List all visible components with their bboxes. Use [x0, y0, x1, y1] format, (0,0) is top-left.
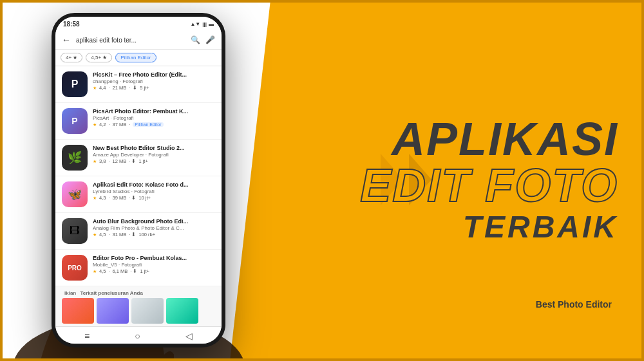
- battery-icon: ▬: [209, 21, 214, 27]
- app-sep: · ⬇: [129, 158, 136, 164]
- list-item[interactable]: 🌿 New Best Photo Editor Studio 2... Amaz…: [55, 140, 222, 176]
- list-item[interactable]: PRO Editor Foto Pro - Pembuat Kolas... M…: [55, 250, 222, 286]
- app-name: Auto Blur Background Photo Edi...: [93, 218, 215, 225]
- back-arrow-icon[interactable]: ←: [62, 35, 71, 45]
- app-icon-lyrebird: 🦋: [62, 181, 88, 207]
- status-icons: ▲▼ ||| ▬: [190, 21, 214, 27]
- app-dev: PicsArt · Fotografi: [93, 115, 215, 121]
- star-icon: ★: [93, 196, 97, 201]
- app-size: ·: [108, 158, 109, 164]
- app-rating: 4,2: [99, 122, 106, 127]
- filter-chip-editor-choice[interactable]: Pilihan Editor: [115, 53, 156, 62]
- app-downloads: 1 jt+: [138, 158, 147, 164]
- app-info-picsart: PicsArt Photo Editor: Pembuat K... PicsA…: [93, 108, 215, 127]
- signal-icon: |||: [202, 21, 207, 27]
- star-icon: ★: [93, 122, 97, 127]
- app-size: ·: [108, 122, 109, 127]
- app-downloads: 1 jt+: [140, 268, 149, 274]
- app-dev: changpeng · Fotografi: [93, 79, 215, 84]
- star-icon: ★: [93, 159, 97, 164]
- ad-thumb-2[interactable]: [97, 298, 129, 324]
- app-icon-editor-pro: PRO: [62, 255, 88, 281]
- filter-chip-rating45[interactable]: 4,5+ ★: [86, 53, 112, 62]
- app-sep: · ⬇: [129, 195, 136, 201]
- app-meta: ★ 4,3 · 39 MB · ⬇ 10 jt+: [93, 195, 215, 201]
- filter-chips: 4+ ★ 4,5+ ★ Pilihan Editor: [55, 50, 222, 66]
- app-size: ·: [108, 232, 109, 237]
- search-bar[interactable]: ← aplikasi edit foto ter... 🔍 🎤: [55, 31, 222, 50]
- app-size-val: 6,1 MB: [113, 268, 128, 274]
- app-size-val: 21 MB: [113, 85, 127, 91]
- ad-section: Iklan Terkait penelusuran Anda: [55, 286, 222, 326]
- app-downloads: 10 jt+: [138, 195, 151, 201]
- app-downloads: 100 rb+: [138, 232, 155, 237]
- app-icon-picskit: P: [62, 71, 88, 97]
- app-rating: 4,3: [99, 195, 106, 201]
- ad-thumb-3[interactable]: [131, 298, 164, 324]
- editor-badge: Pilihan Editor: [133, 122, 163, 127]
- app-meta: ★ 4,5 · 31 MB · ⬇ 100 rb+: [93, 232, 215, 237]
- app-size-val: 12 MB: [113, 158, 127, 164]
- status-bar: 18:58 ▲▼ ||| ▬: [55, 17, 222, 31]
- app-name: New Best Photo Editor Studio 2...: [93, 145, 215, 151]
- app-sep: ·: [129, 85, 130, 91]
- app-size-val: 39 MB: [113, 195, 127, 201]
- filter-chip-rating4[interactable]: 4+ ★: [61, 53, 82, 62]
- title-line3: TERBAIK: [360, 208, 618, 246]
- phone-wrapper: 18:58 ▲▼ ||| ▬ ← aplikasi edit foto ter.…: [0, 0, 322, 361]
- ad-label: Iklan Terkait penelusuran Anda: [62, 290, 215, 296]
- app-dev: Lyrebird Studios · Fotografi: [93, 189, 215, 194]
- app-meta: ★ 3,8 · 12 MB · ⬇ 1 jt+: [93, 158, 215, 164]
- search-icon[interactable]: 🔍: [191, 35, 200, 44]
- ad-thumb-1[interactable]: [62, 298, 94, 324]
- app-name: Aplikasi Edit Foto: Kolase Foto d...: [93, 181, 215, 188]
- app-info-editor-pro: Editor Foto Pro - Pembuat Kolas... Mobil…: [93, 255, 215, 274]
- app-size-val: 31 MB: [113, 232, 127, 237]
- phone-mockup: 18:58 ▲▼ ||| ▬ ← aplikasi edit foto ter.…: [52, 13, 225, 347]
- nav-back-icon[interactable]: ◁: [185, 331, 193, 341]
- app-size: ·: [108, 195, 109, 201]
- app-size: ·: [108, 268, 109, 274]
- phone-screen: 18:58 ▲▼ ||| ▬ ← aplikasi edit foto ter.…: [55, 17, 222, 344]
- list-item[interactable]: P PicsKit – Free Photo Editor (Edit... c…: [55, 66, 222, 103]
- app-info-picskit: PicsKit – Free Photo Editor (Edit... cha…: [93, 71, 215, 91]
- title-line1: APLIKASI: [360, 116, 618, 162]
- download-icon: ⬇: [133, 85, 137, 91]
- nav-home-icon[interactable]: ○: [135, 331, 140, 341]
- nav-bar: ≡ ○ ◁: [55, 326, 222, 344]
- app-dev: Mobile_V5 · Fotografi: [93, 262, 215, 268]
- star-icon: ★: [93, 269, 97, 274]
- app-info-newbest: New Best Photo Editor Studio 2... Amaze …: [93, 145, 215, 164]
- app-size: ·: [108, 85, 109, 91]
- app-sep: ·: [129, 122, 130, 127]
- app-sep: · ⬇: [130, 268, 137, 274]
- app-downloads: 5 jt+: [140, 85, 149, 91]
- nav-menu-icon[interactable]: ≡: [84, 331, 90, 341]
- app-name: PicsArt Photo Editor: Pembuat K...: [93, 108, 215, 115]
- ad-text: Iklan: [64, 290, 76, 296]
- star-icon: ★: [93, 86, 97, 91]
- app-sep: · ⬇: [129, 232, 136, 237]
- search-text: aplikasi edit foto ter...: [76, 37, 185, 44]
- star-icon: ★: [93, 232, 97, 237]
- app-icon-analog: 🎞: [62, 218, 88, 244]
- title-line2: EDIT FOTO: [360, 162, 618, 208]
- ad-thumbnails: [62, 298, 215, 324]
- app-info-analog: Auto Blur Background Photo Edi... Analog…: [93, 218, 215, 237]
- list-item[interactable]: 🎞 Auto Blur Background Photo Edi... Anal…: [55, 213, 222, 250]
- app-dev: Analog Film Photo & Photo Editor & C...: [93, 225, 215, 231]
- ad-related: Terkait penelusuran Anda: [80, 290, 142, 296]
- app-rating: 3,8: [99, 158, 106, 164]
- app-meta: ★ 4,5 · 6,1 MB · ⬇ 1 jt+: [93, 268, 215, 274]
- mic-icon[interactable]: 🎤: [205, 35, 215, 44]
- app-rating: 4,5: [99, 232, 106, 237]
- ad-thumb-4[interactable]: [166, 298, 198, 324]
- app-icon-newbest: 🌿: [62, 145, 88, 171]
- list-item[interactable]: 🦋 Aplikasi Edit Foto: Kolase Foto d... L…: [55, 176, 222, 213]
- list-item[interactable]: P PicsArt Photo Editor: Pembuat K... Pic…: [55, 103, 222, 140]
- app-info-lyrebird: Aplikasi Edit Foto: Kolase Foto d... Lyr…: [93, 181, 215, 201]
- title-block: APLIKASI EDIT FOTO TERBAIK: [360, 116, 618, 246]
- app-rating: 4,4: [99, 85, 106, 91]
- status-time: 18:58: [63, 21, 80, 28]
- app-dev: Amaze App Developer · Fotografi: [93, 152, 215, 158]
